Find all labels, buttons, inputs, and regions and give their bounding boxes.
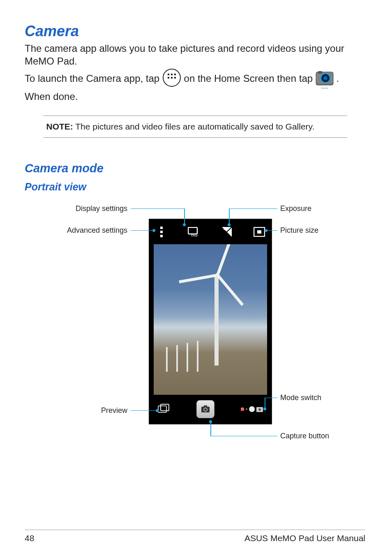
callout-exposure: Exposure bbox=[280, 204, 311, 213]
svg-rect-4 bbox=[168, 77, 169, 79]
note-text: The pictures and video files are automat… bbox=[73, 122, 315, 131]
intro-text: The camera app allows you to take pictur… bbox=[25, 42, 365, 67]
svg-rect-22 bbox=[158, 406, 166, 412]
svg-rect-21 bbox=[257, 230, 261, 234]
callout-advanced-settings: Advanced settings bbox=[58, 226, 127, 235]
svg-rect-11 bbox=[318, 71, 322, 74]
callout-capture-button: Capture button bbox=[280, 432, 329, 440]
note-box: NOTE: The pictures and video files are a… bbox=[43, 116, 347, 138]
launch-pre: To launch the Camera app, tap bbox=[25, 73, 162, 84]
svg-rect-24 bbox=[201, 407, 210, 412]
svg-rect-2 bbox=[171, 74, 173, 75]
page-number: 48 bbox=[25, 533, 34, 543]
camera-bottom-bar bbox=[150, 395, 271, 424]
manual-page: Camera The camera app allows you to take… bbox=[0, 0, 392, 558]
picture-size-icon[interactable] bbox=[253, 226, 265, 238]
callout-preview: Preview bbox=[86, 406, 127, 415]
launch-mid: on the Home Screen then tap bbox=[184, 73, 316, 84]
svg-rect-15 bbox=[188, 227, 197, 234]
svg-text:+: + bbox=[223, 227, 226, 232]
camera-app-window: Disp +- bbox=[149, 219, 272, 424]
svg-rect-3 bbox=[174, 74, 176, 75]
camera-app-label: Camera bbox=[316, 87, 334, 89]
svg-rect-25 bbox=[204, 405, 207, 407]
section-camera-mode: Camera mode bbox=[25, 162, 365, 175]
section-portrait-view: Portrait view bbox=[25, 181, 365, 193]
camera-app-icon: Camera bbox=[316, 70, 334, 88]
page-footer: 48 ASUS MeMO Pad User Manual bbox=[25, 530, 365, 543]
advanced-settings-icon[interactable] bbox=[155, 226, 168, 238]
apps-grid-icon bbox=[162, 68, 181, 90]
page-title: Camera bbox=[25, 23, 365, 40]
svg-rect-14 bbox=[160, 235, 163, 237]
exposure-icon[interactable]: +- bbox=[221, 226, 233, 238]
launch-instruction: To launch the Camera app, tap on the Hom… bbox=[25, 68, 365, 103]
note-label: NOTE: bbox=[46, 122, 73, 131]
svg-point-10 bbox=[323, 76, 327, 80]
callout-mode-switch: Mode switch bbox=[280, 394, 321, 402]
svg-rect-1 bbox=[168, 74, 169, 75]
preview-thumbnail-icon[interactable] bbox=[158, 403, 170, 415]
callout-display-settings: Display settings bbox=[66, 204, 127, 213]
camera-viewfinder bbox=[154, 244, 267, 395]
svg-rect-6 bbox=[174, 77, 176, 79]
manual-title: ASUS MeMO Pad User Manual bbox=[244, 533, 365, 543]
mode-switch[interactable] bbox=[241, 406, 263, 412]
callout-picture-size: Picture size bbox=[280, 226, 318, 235]
camera-ui-diagram: Disp +- bbox=[25, 200, 366, 455]
capture-button[interactable] bbox=[196, 400, 214, 418]
svg-point-28 bbox=[258, 408, 261, 411]
svg-text:Disp: Disp bbox=[191, 234, 198, 237]
camera-top-bar: Disp +- bbox=[150, 220, 271, 244]
display-settings-icon[interactable]: Disp bbox=[188, 226, 200, 238]
svg-rect-5 bbox=[171, 77, 173, 79]
svg-rect-23 bbox=[161, 404, 169, 411]
svg-rect-13 bbox=[160, 231, 163, 233]
svg-rect-12 bbox=[160, 227, 163, 229]
svg-text:-: - bbox=[228, 232, 229, 236]
